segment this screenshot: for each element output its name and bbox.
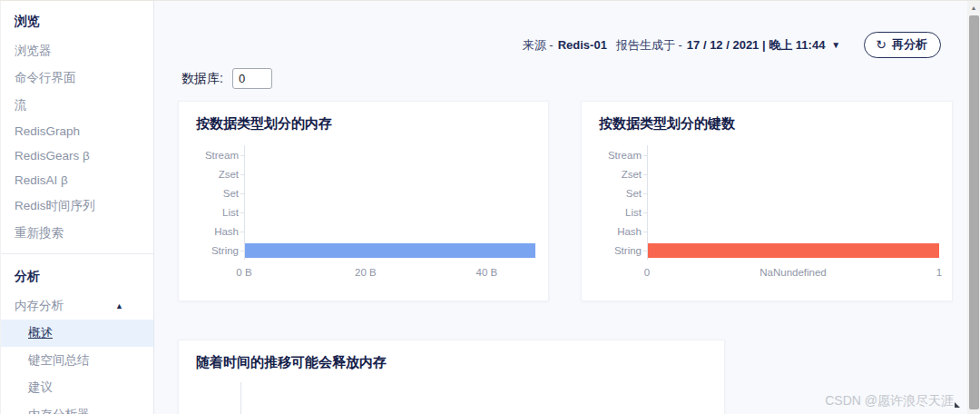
- x-axis-tick-label: 20 B: [355, 267, 377, 278]
- sidebar-section-browse: 浏览: [1, 5, 153, 37]
- x-axis-tick-label: 1: [936, 267, 942, 278]
- plot-row: [244, 145, 535, 164]
- generated-label: 报告生成于 -: [616, 37, 682, 54]
- sidebar-item-cli[interactable]: 命令行界面: [1, 64, 153, 92]
- y-axis-category-label: String: [196, 245, 239, 256]
- plot-row: [647, 183, 939, 202]
- x-axis-tick-label: 40 B: [476, 267, 498, 278]
- y-axis-category-label: String: [599, 245, 642, 256]
- sidebar-item-redistimeseries[interactable]: Redis时间序列: [1, 192, 153, 220]
- x-axis-tick-label: NaNundefined: [760, 267, 827, 278]
- plot-row: [647, 164, 939, 183]
- plot-row: [244, 241, 535, 260]
- chart-title: 按数据类型划分的键数: [582, 102, 952, 133]
- source-value: Redis-01: [558, 38, 607, 52]
- sidebar-item-overview[interactable]: 概述: [1, 320, 153, 347]
- chart-title: 按数据类型划分的内存: [179, 102, 548, 133]
- report-dropdown-caret-icon[interactable]: ▼: [831, 40, 840, 50]
- sidebar: 浏览 浏览器 命令行界面 流 RedisGraph RedisGears β R…: [0, 1, 154, 414]
- x-axis-tick-label: 0 B: [236, 267, 251, 278]
- y-axis-line: [240, 382, 241, 414]
- watermark: CSDN @愿许浪尽天涯: [825, 393, 960, 409]
- sidebar-item-recommendations[interactable]: 建议: [1, 374, 153, 401]
- memory-by-type-card: 按数据类型划分的内存 StreamZsetSetListHashString0 …: [178, 101, 549, 301]
- plot-row: [244, 222, 535, 241]
- plot-row: [244, 183, 535, 202]
- collapse-caret-icon[interactable]: ▲: [115, 301, 153, 310]
- sidebar-divider: [1, 253, 153, 254]
- y-axis-category-label: Hash: [196, 226, 239, 237]
- watermark-caret-icon: [955, 402, 960, 408]
- database-label: 数据库:: [181, 71, 223, 87]
- sidebar-item-redisgears[interactable]: RedisGears β: [1, 143, 153, 168]
- y-axis-category-label: List: [196, 207, 239, 218]
- bar-string: [245, 243, 535, 258]
- sidebar-item-streams[interactable]: 流: [1, 92, 153, 119]
- memory-by-type-chart: StreamZsetSetListHashString0 B20 B40 B: [196, 145, 535, 280]
- plot-row: [647, 222, 939, 241]
- sidebar-item-keyspace-summary[interactable]: 键空间总结: [1, 347, 153, 374]
- y-axis-category-label: Zset: [196, 169, 239, 180]
- sidebar-section-analysis: 分析: [1, 261, 153, 292]
- keys-by-type-card: 按数据类型划分的键数 StreamZsetSetListHashString0N…: [581, 101, 953, 301]
- refresh-icon: ↻: [876, 38, 887, 51]
- y-axis-category-label: List: [599, 207, 642, 218]
- y-axis-category-label: Set: [196, 188, 239, 199]
- database-input[interactable]: [232, 68, 272, 89]
- chart-title: 随着时间的推移可能会释放内存: [179, 340, 724, 371]
- main-content: 来源 - Redis-01 报告生成于 - 17 / 12 / 2021 | 晚…: [154, 1, 980, 414]
- sidebar-item-memory-analysis[interactable]: 内存分析 ▲: [1, 292, 153, 320]
- y-axis-category-label: Zset: [599, 169, 642, 180]
- y-axis-category-label: Stream: [599, 150, 642, 161]
- sidebar-item-browser[interactable]: 浏览器: [1, 37, 153, 64]
- memory-freed-over-time-card: 随着时间的推移可能会释放内存 40 B: [178, 340, 725, 414]
- bar-string: [648, 243, 939, 258]
- sidebar-item-redisearch[interactable]: 重新搜索: [1, 220, 153, 247]
- plot-row: [647, 241, 939, 260]
- x-axis-tick-label: 0: [644, 267, 650, 278]
- plot-row: [244, 164, 535, 183]
- sidebar-item-redisai[interactable]: RedisAI β: [1, 168, 153, 192]
- report-info-bar: 来源 - Redis-01 报告生成于 - 17 / 12 / 2021 | 晚…: [523, 32, 941, 58]
- reanalyze-button[interactable]: ↻ 再分析: [864, 32, 941, 58]
- scrollbar-up-icon[interactable]: ▲: [967, 1, 980, 15]
- plot-row: [244, 202, 535, 222]
- keys-by-type-chart: StreamZsetSetListHashString0NaNundefined…: [599, 145, 939, 280]
- scrollbar-thumb[interactable]: [969, 15, 979, 409]
- vertical-scrollbar[interactable]: ▲: [967, 1, 980, 414]
- memory-freed-over-time-chart: 40 B: [179, 375, 724, 414]
- plot-row: [647, 145, 939, 164]
- source-label: 来源 -: [523, 37, 554, 54]
- database-selector-row: 数据库:: [181, 68, 272, 89]
- y-axis-category-label: Stream: [196, 150, 239, 161]
- y-axis-category-label: Hash: [599, 226, 642, 237]
- y-axis-category-label: Set: [599, 188, 642, 199]
- plot-row: [647, 202, 939, 222]
- sidebar-item-memory-analyzer[interactable]: 内存分析器: [1, 401, 153, 414]
- sidebar-item-redisgraph[interactable]: RedisGraph: [1, 119, 153, 143]
- generated-value: 17 / 12 / 2021 | 晚上 11:44: [687, 37, 826, 54]
